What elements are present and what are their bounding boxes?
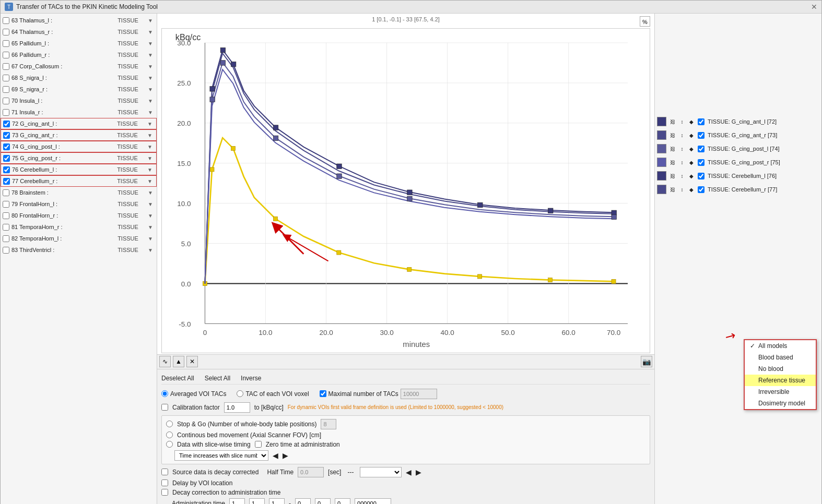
- legend-action-icon[interactable]: ⛓: [668, 145, 677, 153]
- list-item[interactable]: 75 G_cing_post_r :TISSUE▼: [1, 152, 157, 164]
- dropdown-item[interactable]: Dosimetry model: [745, 398, 816, 409]
- decay-correction-checkbox[interactable]: [161, 489, 168, 496]
- list-item[interactable]: 64 Thalamus_r :TISSUE▼: [1, 26, 157, 38]
- stop-go-input[interactable]: [321, 419, 336, 429]
- legend-checkbox[interactable]: [698, 159, 704, 166]
- region-checkbox[interactable]: [3, 29, 9, 35]
- region-checkbox[interactable]: [3, 109, 9, 116]
- region-dropdown-arrow[interactable]: ▼: [146, 52, 155, 58]
- line-tool-button[interactable]: ∿: [159, 356, 171, 367]
- list-item[interactable]: 83 ThirdVentricl :TISSUE▼: [1, 244, 157, 256]
- inverse-button[interactable]: Inverse: [241, 375, 261, 382]
- dropdown-item[interactable]: Reference tissue: [745, 375, 816, 386]
- list-item[interactable]: 72 G_cing_ant_l :TISSUE▼: [1, 118, 157, 129]
- time-prev-button[interactable]: ◀: [273, 451, 278, 460]
- legend-action-icon[interactable]: ↕: [678, 158, 686, 166]
- legend-action-icon[interactable]: ◆: [687, 158, 696, 166]
- legend-action-icon[interactable]: ◆: [687, 131, 696, 139]
- region-checkbox[interactable]: [3, 40, 9, 47]
- continuous-bed-radio[interactable]: [166, 431, 173, 438]
- legend-checkbox[interactable]: [698, 132, 704, 139]
- calibration-checkbox[interactable]: [161, 404, 168, 411]
- legend-action-icon[interactable]: ↕: [678, 185, 686, 194]
- delay-voi-checkbox[interactable]: [161, 479, 168, 486]
- region-checkbox[interactable]: [3, 52, 9, 58]
- region-checkbox[interactable]: [3, 235, 9, 242]
- region-dropdown-arrow[interactable]: ▼: [146, 121, 154, 127]
- region-dropdown-arrow[interactable]: ▼: [146, 247, 155, 253]
- camera-button[interactable]: 📷: [641, 356, 652, 367]
- deselect-all-button[interactable]: Deselect All: [161, 375, 194, 382]
- region-dropdown-arrow[interactable]: ▼: [146, 144, 154, 150]
- legend-action-icon[interactable]: ◆: [687, 185, 696, 194]
- legend-action-icon[interactable]: ⛓: [668, 158, 677, 166]
- admin-time-input-7[interactable]: [355, 498, 391, 504]
- region-checkbox[interactable]: [3, 121, 10, 127]
- list-item[interactable]: 80 FrontalHorn_r :TISSUE▼: [1, 210, 157, 221]
- region-checkbox[interactable]: [3, 17, 9, 24]
- legend-action-icon[interactable]: ◆: [687, 117, 696, 126]
- region-checkbox[interactable]: [3, 63, 9, 70]
- select-all-button[interactable]: Select All: [205, 375, 230, 382]
- region-checkbox[interactable]: [3, 166, 10, 173]
- admin-time-input-2[interactable]: [249, 498, 265, 504]
- list-item[interactable]: 78 Brainstem :TISSUE▼: [1, 187, 157, 198]
- region-dropdown-arrow[interactable]: ▼: [146, 18, 155, 23]
- list-item[interactable]: 67 Corp_Callosum :TISSUE▼: [1, 61, 157, 72]
- half-time-prev[interactable]: ◀: [406, 468, 412, 476]
- region-checkbox[interactable]: [3, 201, 9, 208]
- dropdown-item[interactable]: Blood based: [745, 352, 816, 363]
- admin-time-input-5[interactable]: [315, 498, 331, 504]
- tac-voxel-radio[interactable]: [237, 390, 243, 397]
- list-item[interactable]: 70 Insula_l :TISSUE▼: [1, 95, 157, 106]
- legend-action-icon[interactable]: ↕: [678, 131, 686, 139]
- admin-time-input-1[interactable]: [229, 498, 245, 504]
- half-time-select[interactable]: [360, 467, 402, 477]
- list-item[interactable]: 82 TemporaHorn_l :TISSUE▼: [1, 233, 157, 244]
- region-dropdown-arrow[interactable]: ▼: [146, 133, 154, 138]
- region-dropdown-arrow[interactable]: ▼: [146, 75, 155, 81]
- region-checkbox[interactable]: [3, 155, 10, 162]
- region-checkbox[interactable]: [3, 75, 9, 81]
- up-arrow-button[interactable]: ▲: [173, 356, 184, 367]
- stop-go-radio[interactable]: [166, 421, 173, 427]
- list-item[interactable]: 68 S_nigra_l :TISSUE▼: [1, 72, 157, 83]
- time-next-button[interactable]: ▶: [283, 451, 288, 460]
- region-checkbox[interactable]: [3, 224, 9, 231]
- time-increases-select[interactable]: Time increases with slice number: [174, 450, 268, 461]
- region-dropdown-arrow[interactable]: ▼: [146, 201, 155, 207]
- admin-time-input-4[interactable]: [295, 498, 311, 504]
- list-item[interactable]: 71 Insula_r :TISSUE▼: [1, 106, 157, 118]
- region-checkbox[interactable]: [3, 86, 9, 93]
- region-dropdown-arrow[interactable]: ▼: [146, 224, 155, 230]
- dropdown-item[interactable]: No blood: [745, 363, 816, 375]
- half-time-input[interactable]: [298, 467, 324, 477]
- admin-time-input-6[interactable]: [335, 498, 350, 504]
- close-button[interactable]: ✕: [811, 3, 817, 11]
- legend-action-icon[interactable]: ◆: [687, 145, 696, 153]
- percent-button[interactable]: %: [640, 16, 650, 27]
- list-item[interactable]: 77 Cerebellum_r :TISSUE▼: [1, 175, 157, 187]
- region-dropdown-arrow[interactable]: ▼: [146, 190, 155, 196]
- region-dropdown-arrow[interactable]: ▼: [146, 87, 155, 92]
- legend-checkbox[interactable]: [698, 118, 704, 125]
- zero-time-checkbox[interactable]: [255, 441, 262, 448]
- region-checkbox[interactable]: [3, 212, 9, 219]
- legend-action-icon[interactable]: ⛓: [668, 117, 677, 126]
- admin-time-input-3[interactable]: [269, 498, 285, 504]
- list-item[interactable]: 66 Pallidum_r :TISSUE▼: [1, 49, 157, 61]
- max-tacs-checkbox[interactable]: [320, 390, 326, 397]
- averaged-voi-radio[interactable]: [161, 390, 168, 397]
- legend-action-icon[interactable]: ↕: [678, 145, 686, 153]
- region-dropdown-arrow[interactable]: ▼: [146, 155, 154, 161]
- region-checkbox[interactable]: [3, 247, 9, 254]
- dropdown-item[interactable]: Irreversible: [745, 386, 816, 398]
- legend-action-icon[interactable]: ↕: [678, 172, 686, 180]
- list-item[interactable]: 76 Cerebellum_l :TISSUE▼: [1, 164, 157, 175]
- source-decay-checkbox[interactable]: [161, 469, 168, 475]
- legend-checkbox[interactable]: [698, 146, 704, 152]
- legend-action-icon[interactable]: ↕: [678, 117, 686, 126]
- list-item[interactable]: 79 FrontalHorn_l :TISSUE▼: [1, 198, 157, 210]
- legend-checkbox[interactable]: [698, 173, 704, 179]
- region-checkbox[interactable]: [3, 189, 9, 196]
